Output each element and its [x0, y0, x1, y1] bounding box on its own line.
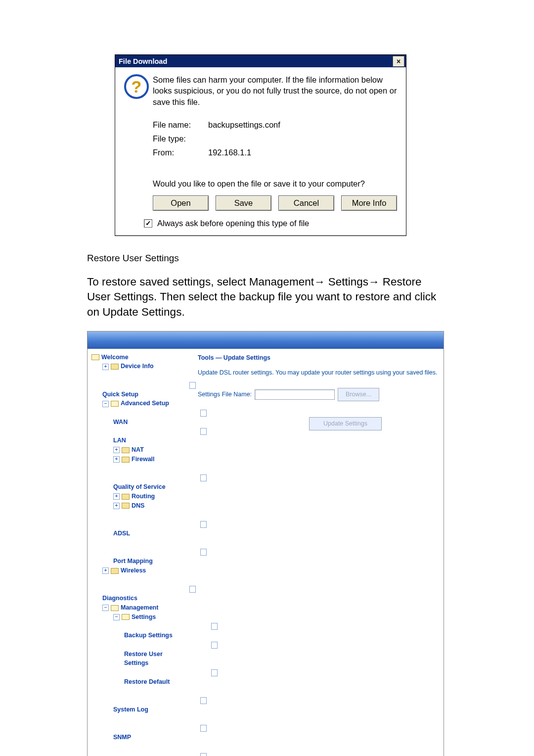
close-icon[interactable]: × [393, 56, 404, 67]
cancel-button[interactable]: Cancel [278, 195, 334, 211]
save-button[interactable]: Save [216, 195, 271, 211]
always-ask-checkbox[interactable]: ✓ [144, 219, 152, 228]
filetype-label: File type: [153, 134, 208, 143]
more-info-button[interactable]: More Info [341, 195, 397, 211]
dialog-title: File Download [119, 57, 393, 65]
restore-user-body: To restore saved settings, select Manage… [87, 275, 447, 320]
update-settings-button[interactable]: Update Settings [309, 417, 382, 430]
filename-label: File name: [153, 120, 208, 130]
filename-value: backupsettings.conf [208, 120, 280, 130]
dialog-question: Would you like to open the file or save … [153, 179, 397, 189]
open-button[interactable]: Open [153, 195, 209, 211]
router-admin-screenshot: Welcome +Device Info Quick Setup −Advanc… [87, 331, 444, 756]
dialog-body: ? Some files can harm your computer. If … [115, 67, 406, 236]
restore-user-heading: Restore User Settings [87, 253, 447, 264]
tree-management[interactable]: −Management −Settings Backup Settings Re… [102, 603, 188, 756]
dialog-titlebar: File Download × [115, 55, 406, 67]
file-download-dialog: File Download × ? Some files can harm yo… [115, 54, 406, 236]
from-label: From: [153, 148, 208, 157]
always-ask-label: Always ask before opening this type of f… [157, 219, 309, 228]
tree-welcome[interactable]: Welcome +Device Info Quick Setup −Advanc… [91, 353, 188, 756]
from-value: 192.168.1.1 [208, 148, 251, 157]
router-nav-tree: Welcome +Device Info Quick Setup −Advanc… [91, 353, 188, 756]
browse-button[interactable]: Browse... [338, 388, 379, 401]
warning-text: Some files can harm your computer. If th… [153, 74, 397, 107]
question-icon: ? [124, 74, 149, 99]
